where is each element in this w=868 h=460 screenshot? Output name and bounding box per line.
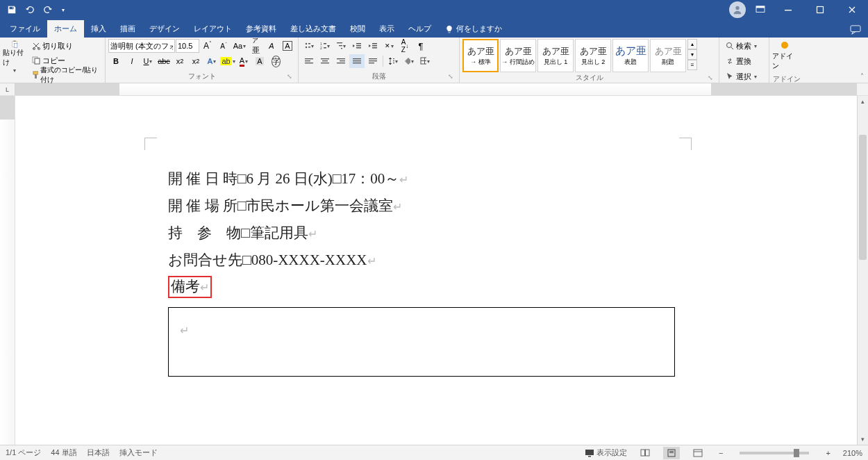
bold-button[interactable]: B bbox=[108, 54, 124, 68]
bullets-button[interactable]: ▾ bbox=[301, 39, 317, 53]
grow-font-button[interactable]: A˄ bbox=[200, 39, 215, 53]
document-body[interactable]: 開 催 日 時□6 月 26 日(水)□17：00～↵ 開 催 場 所□市民ホー… bbox=[168, 165, 675, 377]
collapse-ribbon-button[interactable]: ˄ bbox=[860, 72, 864, 80]
numbering-button[interactable]: 12▾ bbox=[317, 39, 333, 53]
tab-home[interactable]: ホーム bbox=[47, 20, 84, 38]
find-button[interactable]: 検索▾ bbox=[722, 39, 760, 53]
borders-button[interactable]: ▾ bbox=[417, 54, 433, 68]
shrink-font-button[interactable]: A˅ bbox=[216, 39, 231, 53]
strikethrough-button[interactable]: abc bbox=[156, 54, 172, 68]
close-button[interactable] bbox=[836, 0, 868, 19]
clear-formatting-button[interactable]: A bbox=[264, 39, 279, 53]
maximize-button[interactable] bbox=[804, 0, 836, 19]
tell-me-search[interactable]: 何をしますか bbox=[438, 20, 509, 38]
tab-layout[interactable]: レイアウト bbox=[187, 20, 239, 38]
decrease-indent-button[interactable] bbox=[349, 39, 365, 53]
status-page[interactable]: 1/1 ページ bbox=[6, 447, 41, 458]
account-avatar[interactable] bbox=[729, 1, 746, 18]
addins-button[interactable]: アドイン bbox=[772, 39, 797, 74]
doc-line[interactable]: 持 参 物□筆記用具↵ bbox=[168, 220, 675, 247]
phonetic-guide-button[interactable]: ア亜 bbox=[248, 39, 263, 53]
align-left-button[interactable] bbox=[301, 54, 317, 68]
tab-draw[interactable]: 描画 bbox=[113, 20, 142, 38]
tab-file[interactable]: ファイル bbox=[3, 20, 47, 38]
doc-line[interactable]: 開 催 場 所□市民ホール第一会議室↵ bbox=[168, 192, 675, 220]
style-gallery-more[interactable]: ≡ bbox=[687, 60, 697, 70]
font-launcher[interactable]: ⤡ bbox=[285, 73, 294, 81]
underline-button[interactable]: U▾ bbox=[140, 54, 156, 68]
line-spacing-button[interactable]: ▾ bbox=[385, 54, 401, 68]
replace-button[interactable]: 置換 bbox=[722, 54, 755, 68]
undo-button[interactable] bbox=[22, 2, 37, 17]
align-center-button[interactable] bbox=[317, 54, 333, 68]
style-scroll-down[interactable]: ▾ bbox=[687, 49, 697, 60]
character-shading-button[interactable]: A bbox=[252, 54, 267, 68]
text-box[interactable]: ↵ bbox=[168, 307, 675, 377]
change-case-button[interactable]: Aa▾ bbox=[232, 39, 247, 53]
status-language[interactable]: 日本語 bbox=[87, 447, 110, 458]
status-word-count[interactable]: 44 単語 bbox=[51, 447, 76, 458]
save-button[interactable] bbox=[4, 2, 19, 17]
doc-line-highlighted[interactable]: 備考↵ bbox=[168, 273, 675, 300]
status-insert-mode[interactable]: 挿入モード bbox=[119, 447, 158, 458]
enclose-characters-button[interactable]: A bbox=[280, 39, 295, 53]
view-web-layout[interactable] bbox=[690, 447, 706, 459]
text-effects-button[interactable]: A▾ bbox=[204, 54, 219, 68]
font-name-input[interactable] bbox=[108, 39, 175, 53]
multilevel-list-button[interactable]: ▾ bbox=[333, 39, 349, 53]
subscript-button[interactable]: x2 bbox=[172, 54, 187, 68]
italic-button[interactable]: I bbox=[124, 54, 140, 68]
redo-button[interactable] bbox=[40, 2, 56, 17]
superscript-button[interactable]: x2 bbox=[188, 54, 203, 68]
format-painter-button[interactable]: 書式のコピー/貼り付け bbox=[29, 68, 102, 82]
tab-references[interactable]: 参考資料 bbox=[239, 20, 283, 38]
increase-indent-button[interactable] bbox=[365, 39, 381, 53]
font-color-button[interactable]: A▾ bbox=[236, 54, 251, 68]
style-title[interactable]: あア亜表題 bbox=[612, 39, 649, 72]
paste-button[interactable]: 貼り付け ▾ bbox=[3, 39, 26, 74]
zoom-level[interactable]: 210% bbox=[843, 449, 862, 457]
view-read-mode[interactable] bbox=[637, 447, 653, 459]
zoom-out-button[interactable]: − bbox=[716, 449, 726, 457]
sort-button[interactable]: AZ↓ bbox=[397, 39, 412, 53]
view-print-layout[interactable] bbox=[663, 447, 680, 459]
style-heading1[interactable]: あア亜見出し 1 bbox=[537, 39, 574, 72]
styles-launcher[interactable]: ⤡ bbox=[706, 74, 715, 83]
tab-insert[interactable]: 挿入 bbox=[84, 20, 113, 38]
zoom-slider[interactable] bbox=[740, 452, 809, 454]
tab-view[interactable]: 表示 bbox=[372, 20, 401, 38]
justify-button[interactable] bbox=[349, 54, 365, 68]
tab-help[interactable]: ヘルプ bbox=[401, 20, 438, 38]
style-normal[interactable]: あア亜→ 標準 bbox=[462, 39, 499, 72]
enclose-char-button[interactable]: 字 bbox=[268, 54, 283, 68]
feedback-button[interactable] bbox=[843, 22, 868, 38]
minimize-button[interactable] bbox=[772, 0, 804, 19]
asian-layout-button[interactable]: ✕▾ bbox=[381, 39, 397, 53]
ribbon-display-options[interactable] bbox=[751, 2, 769, 17]
qat-customize[interactable]: ▾ bbox=[58, 2, 68, 17]
align-right-button[interactable] bbox=[333, 54, 349, 68]
style-no-spacing[interactable]: あア亜→ 行間詰め bbox=[500, 39, 536, 72]
distributed-button[interactable] bbox=[365, 54, 381, 68]
display-settings-button[interactable]: 表示設定 bbox=[585, 447, 627, 458]
highlight-button[interactable]: ab▾ bbox=[220, 54, 235, 68]
vertical-ruler[interactable] bbox=[0, 96, 15, 445]
tab-review[interactable]: 校閲 bbox=[343, 20, 372, 38]
zoom-slider-knob[interactable] bbox=[794, 449, 799, 457]
tab-mailings[interactable]: 差し込み文書 bbox=[283, 20, 343, 38]
style-subtitle[interactable]: あア亜副題 bbox=[650, 39, 686, 72]
font-size-input[interactable] bbox=[176, 39, 199, 53]
style-heading2[interactable]: あア亜見出し 2 bbox=[575, 39, 611, 72]
horizontal-ruler[interactable] bbox=[15, 83, 857, 95]
document-area[interactable]: 開 催 日 時□6 月 26 日(水)□17：00～↵ 開 催 場 所□市民ホー… bbox=[15, 96, 857, 445]
doc-line[interactable]: 開 催 日 時□6 月 26 日(水)□17：00～↵ bbox=[168, 165, 675, 192]
scroll-up-button[interactable]: ▴ bbox=[858, 96, 868, 107]
zoom-in-button[interactable]: + bbox=[823, 449, 833, 457]
paragraph-launcher[interactable]: ⤡ bbox=[446, 73, 455, 81]
select-button[interactable]: 選択▾ bbox=[722, 69, 760, 83]
show-marks-button[interactable]: ¶ bbox=[413, 39, 428, 53]
scroll-down-button[interactable]: ▾ bbox=[858, 434, 868, 445]
shading-button[interactable]: ▾ bbox=[401, 54, 417, 68]
vertical-scrollbar[interactable]: ▴ ▾ bbox=[857, 96, 868, 445]
tab-design[interactable]: デザイン bbox=[142, 20, 187, 38]
